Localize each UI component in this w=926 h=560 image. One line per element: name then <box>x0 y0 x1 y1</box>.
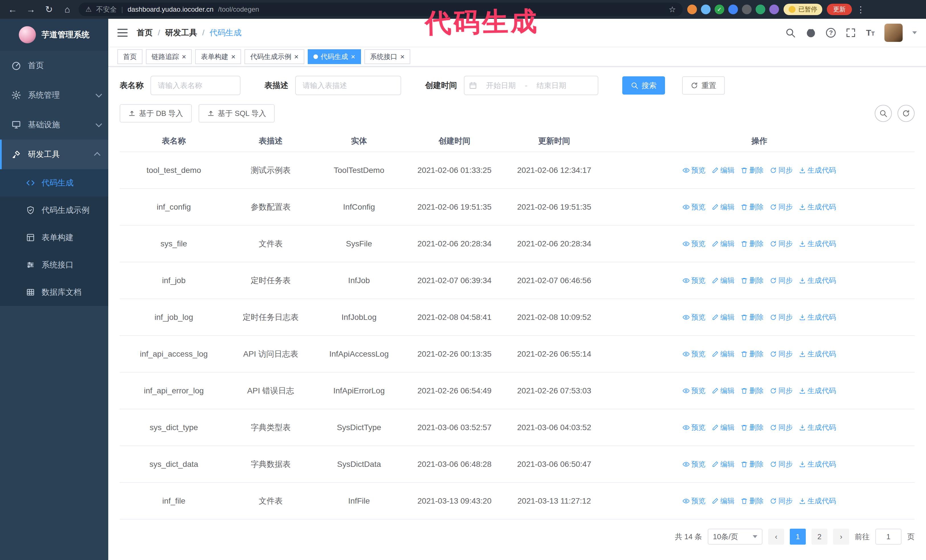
tab[interactable]: 代码生成示例 × <box>244 49 304 64</box>
extension-icon[interactable] <box>742 5 752 14</box>
sync-link[interactable]: 同步 <box>770 312 793 322</box>
close-icon[interactable]: × <box>351 53 355 60</box>
delete-link[interactable]: 删除 <box>741 496 764 506</box>
generate-code-link[interactable]: 生成代码 <box>799 349 836 359</box>
delete-link[interactable]: 删除 <box>741 386 764 395</box>
import-db-button[interactable]: 基于 DB 导入 <box>120 104 192 122</box>
sidebar-item-infrastructure[interactable]: 基础设施 <box>0 110 108 140</box>
tab[interactable]: 系统接口 × <box>365 49 410 64</box>
sidebar-item-dev-tools[interactable]: 研发工具 <box>0 140 108 169</box>
preview-link[interactable]: 预览 <box>683 423 705 432</box>
extension-icon[interactable] <box>701 5 711 14</box>
table-name-input[interactable] <box>150 76 241 95</box>
close-icon[interactable]: × <box>294 53 298 60</box>
page-button-1[interactable]: 1 <box>790 529 806 545</box>
sync-link[interactable]: 同步 <box>770 423 793 432</box>
end-date-input[interactable] <box>531 81 572 90</box>
table-desc-input[interactable] <box>295 76 401 95</box>
tab[interactable]: 表单构建 × <box>195 49 241 64</box>
edit-link[interactable]: 编辑 <box>712 312 735 322</box>
goto-page-input[interactable] <box>875 529 902 545</box>
prev-page-button[interactable]: ‹ <box>768 529 784 545</box>
extension-icon[interactable] <box>756 5 765 14</box>
edit-link[interactable]: 编辑 <box>712 202 735 211</box>
edit-link[interactable]: 编辑 <box>712 349 735 359</box>
preview-link[interactable]: 预览 <box>683 496 705 506</box>
delete-link[interactable]: 删除 <box>741 349 764 359</box>
breadcrumb-dev-tools[interactable]: 研发工具 <box>165 27 197 38</box>
sidebar-item-system[interactable]: 系统管理 <box>0 80 108 110</box>
tab[interactable]: 首页 × <box>117 49 142 64</box>
import-sql-button[interactable]: 基于 SQL 导入 <box>198 104 275 122</box>
close-icon[interactable]: × <box>182 53 186 60</box>
sidebar-logo[interactable]: 芋道管理系统 <box>0 19 108 51</box>
sidebar-item-codegen[interactable]: 代码生成 <box>0 169 108 196</box>
sidebar-item-home[interactable]: 首页 <box>0 51 108 80</box>
sync-link[interactable]: 同步 <box>770 202 793 211</box>
generate-code-link[interactable]: 生成代码 <box>799 276 836 285</box>
paused-badge[interactable]: 已暂停 <box>784 4 822 15</box>
generate-code-link[interactable]: 生成代码 <box>799 423 836 432</box>
preview-link[interactable]: 预览 <box>683 239 705 248</box>
reset-button[interactable]: 重置 <box>682 76 725 95</box>
page-button-2[interactable]: 2 <box>811 529 828 545</box>
edit-link[interactable]: 编辑 <box>712 386 735 395</box>
edit-link[interactable]: 编辑 <box>712 166 735 175</box>
generate-code-link[interactable]: 生成代码 <box>799 496 836 506</box>
toggle-search-button[interactable] <box>875 105 892 122</box>
delete-link[interactable]: 删除 <box>741 423 764 432</box>
generate-code-link[interactable]: 生成代码 <box>799 202 836 211</box>
browser-home-button[interactable]: ⌂ <box>61 3 74 16</box>
tab[interactable]: 代码生成 × <box>308 49 361 64</box>
sync-link[interactable]: 同步 <box>770 166 793 175</box>
delete-link[interactable]: 删除 <box>741 276 764 285</box>
edit-link[interactable]: 编辑 <box>712 496 735 506</box>
sync-link[interactable]: 同步 <box>770 386 793 395</box>
preview-link[interactable]: 预览 <box>683 202 705 211</box>
generate-code-link[interactable]: 生成代码 <box>799 386 836 395</box>
generate-code-link[interactable]: 生成代码 <box>799 459 836 469</box>
generate-code-link[interactable]: 生成代码 <box>799 312 836 322</box>
sync-link[interactable]: 同步 <box>770 459 793 469</box>
search-button[interactable]: 搜索 <box>622 76 665 95</box>
extension-icon[interactable] <box>687 5 697 14</box>
browser-forward-button[interactable]: → <box>24 3 38 16</box>
sync-link[interactable]: 同步 <box>770 276 793 285</box>
delete-link[interactable]: 删除 <box>741 166 764 175</box>
generate-code-link[interactable]: 生成代码 <box>799 239 836 248</box>
extension-icon[interactable]: ✓ <box>714 5 724 14</box>
preview-link[interactable]: 预览 <box>683 276 705 285</box>
date-range-picker[interactable]: - <box>464 76 598 95</box>
edit-link[interactable]: 编辑 <box>712 459 735 469</box>
delete-link[interactable]: 删除 <box>741 239 764 248</box>
delete-link[interactable]: 删除 <box>741 312 764 322</box>
sync-link[interactable]: 同步 <box>770 239 793 248</box>
preview-link[interactable]: 预览 <box>683 349 705 359</box>
hamburger-icon[interactable] <box>117 29 128 37</box>
sync-link[interactable]: 同步 <box>770 496 793 506</box>
fullscreen-icon[interactable] <box>845 27 856 38</box>
update-button[interactable]: 更新 <box>827 4 852 15</box>
search-icon[interactable] <box>785 27 796 38</box>
edit-link[interactable]: 编辑 <box>712 423 735 432</box>
browser-menu-icon[interactable]: ⋮ <box>856 5 865 15</box>
generate-code-link[interactable]: 生成代码 <box>799 166 836 175</box>
github-icon[interactable] <box>805 27 816 38</box>
preview-link[interactable]: 预览 <box>683 166 705 175</box>
sidebar-item-system-api[interactable]: 系统接口 <box>0 251 108 279</box>
close-icon[interactable]: × <box>231 53 235 60</box>
preview-link[interactable]: 预览 <box>683 386 705 395</box>
tab[interactable]: 链路追踪 × <box>146 49 192 64</box>
refresh-table-button[interactable] <box>897 105 915 122</box>
puzzle-extensions-icon[interactable] <box>769 5 779 14</box>
bookmark-star-icon[interactable]: ☆ <box>669 5 676 14</box>
sidebar-item-codegen-example[interactable]: 代码生成示例 <box>0 196 108 224</box>
help-icon[interactable]: ? <box>826 28 836 38</box>
avatar[interactable] <box>884 24 903 42</box>
sidebar-item-db-docs[interactable]: 数据库文档 <box>0 279 108 306</box>
font-size-icon[interactable]: TT <box>866 28 875 38</box>
edit-link[interactable]: 编辑 <box>712 239 735 248</box>
page-size-select[interactable]: 10条/页 <box>708 529 763 545</box>
preview-link[interactable]: 预览 <box>683 312 705 322</box>
preview-link[interactable]: 预览 <box>683 459 705 469</box>
